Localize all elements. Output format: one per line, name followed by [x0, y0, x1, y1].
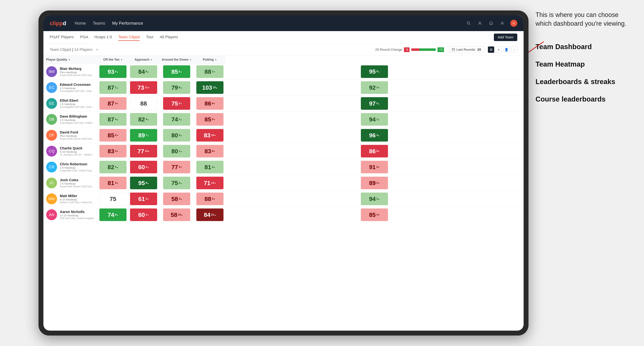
annotation-area: This is where you can choose which dashb…: [536, 10, 634, 112]
score-box-approach-9: 58 10▲: [163, 208, 190, 221]
subnav-tour[interactable]: Tour: [146, 34, 154, 41]
score-cell-putting-4: 96 3▲: [225, 127, 524, 143]
round-change-bar: [411, 48, 436, 51]
player-handicap-8: 6-10 Handicap: [60, 198, 95, 201]
score-box-approach-8: 58 4▲: [163, 192, 190, 205]
player-cell-0[interactable]: BM Blair McHarg Plus Handicap Royal Nort…: [44, 64, 98, 80]
nav-my-performance[interactable]: My Performance: [112, 20, 143, 26]
score-box-offTee-3: 82 4▲: [130, 113, 157, 126]
score-box-offTee-8: 61 3▼: [130, 192, 157, 205]
score-cell-playerQuality-9: 74 8▲: [98, 207, 128, 223]
score-box-putting-3: 94 1▲: [361, 113, 388, 126]
score-box-approach-7: 75 2▲: [163, 177, 190, 189]
score-box-playerQuality-8: 75: [100, 192, 126, 205]
score-box-putting-0: 95 9▲: [361, 65, 388, 78]
col-header-putting[interactable]: Putting ▼: [194, 56, 225, 64]
tablet-screen: clippd Home Teams My Performance: [44, 15, 524, 331]
subnav-all-players[interactable]: All Players: [160, 34, 178, 41]
player-cell-3[interactable]: DB Dave Billingham 1-5 Handicap Gog Mago…: [44, 112, 98, 127]
player-name-4: David Ford: [60, 130, 95, 134]
nav-home[interactable]: Home: [74, 20, 86, 26]
score-cell-approach-6: 77 3▼: [159, 159, 194, 175]
col-header-offtee[interactable]: Off the Tee ▼: [98, 56, 128, 64]
score-box-approach-4: 80 3▲: [163, 129, 190, 142]
score-box-playerQuality-5: 83 3▼: [100, 145, 126, 158]
bell-icon[interactable]: [488, 20, 494, 26]
person-icon[interactable]: [477, 20, 483, 26]
player-cell-4[interactable]: DF David Ford Plus Handicap Royal North …: [44, 127, 98, 143]
table-row: DF David Ford Plus Handicap Royal North …: [44, 127, 524, 143]
col-player-arrow: ▼: [68, 58, 70, 61]
search-icon[interactable]: [466, 20, 472, 26]
player-handicap-3: 1-5 Handicap: [60, 119, 95, 121]
col-offtee-label: Off the Tee: [103, 58, 120, 61]
view-list-button[interactable]: ≡: [496, 46, 502, 53]
score-box-playerQuality-6: 82 3▲: [100, 161, 126, 173]
score-cell-putting-2: 97 5▲: [225, 96, 524, 112]
round-pos-value: +5: [438, 47, 444, 52]
score-box-offTee-4: 89 7▲: [130, 129, 157, 142]
annotation-list: Team Dashboard Team Heatmap Leaderboards…: [536, 42, 634, 104]
col-header-aroundgreen[interactable]: Around the Green ▼: [159, 56, 194, 64]
player-cell-2[interactable]: EE Elliot Ebert 1-5 Handicap Sunningdale…: [44, 96, 98, 112]
score-cell-aroundGreen-0: 88 1▼: [194, 64, 225, 80]
col-header-approach[interactable]: Approach ▼: [128, 56, 159, 64]
subnav-pga[interactable]: PGA: [80, 34, 88, 41]
subnav-hcaps[interactable]: Hcaps 1-5: [94, 34, 112, 41]
settings-icon[interactable]: [499, 20, 506, 26]
score-box-putting-2: 97 5▲: [361, 97, 388, 110]
player-name-7: Josh Coles: [60, 178, 95, 182]
table-row: CQ Charlie Quick 6-10 Handicap St. Georg…: [44, 143, 524, 159]
user-avatar[interactable]: U: [510, 20, 517, 27]
score-box-playerQuality-7: 81 3▼: [100, 177, 126, 189]
top-navigation: clippd Home Teams My Performance: [44, 15, 524, 31]
view-download-button[interactable]: ↓: [511, 46, 517, 53]
player-cell-1[interactable]: EC Edward Crossman 1-5 Handicap Sunningd…: [44, 80, 98, 96]
score-cell-offTee-8: 61 3▼: [128, 191, 159, 207]
score-box-aroundGreen-0: 88 1▼: [196, 65, 224, 78]
score-box-approach-6: 77 3▼: [163, 161, 190, 173]
score-cell-aroundGreen-2: 86 6▼: [194, 96, 225, 112]
annotation-intro-text: This is where you can choose which dashb…: [536, 10, 634, 28]
subnav-pgat[interactable]: PGAT Players: [50, 34, 74, 41]
score-cell-approach-8: 58 4▲: [159, 191, 194, 207]
data-table-area[interactable]: Player Quality ▼ Off the Tee ▼ Approach …: [44, 56, 524, 331]
table-row: EC Edward Crossman 1-5 Handicap Sunningd…: [44, 80, 524, 96]
player-cell-5[interactable]: CQ Charlie Quick 6-10 Handicap St. Georg…: [44, 143, 98, 159]
col-offtee-arrow: ▼: [120, 58, 123, 61]
subnav-team-clippd[interactable]: Team Clippd: [118, 34, 140, 41]
score-box-putting-9: 85 4▼: [361, 208, 388, 221]
player-name-1: Edward Crossman: [60, 83, 95, 87]
col-header-player[interactable]: Player Quality ▼: [44, 56, 98, 64]
score-box-putting-5: 86 8▼: [361, 145, 388, 158]
player-name-3: Dave Billingham: [60, 114, 95, 119]
score-box-playerQuality-0: 93 4▲: [100, 65, 126, 78]
score-box-aroundGreen-9: 84 21▲: [196, 208, 224, 221]
view-person-button[interactable]: 👤: [503, 46, 510, 53]
score-cell-putting-3: 94 1▲: [225, 112, 524, 127]
score-cell-offTee-4: 89 7▲: [128, 127, 159, 143]
last-rounds-value: 20: [478, 48, 481, 51]
team-name: Team Clippd | 14 Players: [50, 47, 92, 52]
score-box-offTee-7: 95 8▲: [130, 177, 157, 189]
player-club-6: Craigmillar Park, United Kingdom: [60, 169, 95, 172]
table-row: CR Chris Robertson 1-5 Handicap Craigmil…: [44, 159, 524, 175]
player-cell-9[interactable]: AN Aaron Nicholls 11-15 Handicap Drift G…: [44, 207, 98, 223]
col-approach-label: Approach: [134, 58, 149, 61]
score-box-offTee-5: 77 14▼: [130, 145, 157, 158]
last-rounds-button[interactable]: Last Rounds: 20: [449, 46, 484, 53]
view-grid-button[interactable]: ⊞: [488, 46, 494, 53]
view-icon-group: ⊞ ≡ 👤 ↓: [488, 46, 517, 53]
table-row: JC Josh Coles 1-5 Handicap Royal North D…: [44, 175, 524, 191]
players-table: Player Quality ▼ Off the Tee ▼ Approach …: [44, 56, 524, 223]
annotation-item-2: Leaderboards & streaks: [536, 77, 634, 86]
player-club-4: Royal North Devon Golf Club, United King…: [60, 137, 95, 140]
edit-team-icon[interactable]: ✏: [96, 48, 98, 51]
score-cell-putting-9: 85 4▼: [225, 207, 524, 223]
player-cell-6[interactable]: CR Chris Robertson 1-5 Handicap Craigmil…: [44, 159, 98, 175]
score-cell-putting-8: 94 3▲: [225, 191, 524, 207]
player-cell-7[interactable]: JC Josh Coles 1-5 Handicap Royal North D…: [44, 175, 98, 191]
nav-teams[interactable]: Teams: [93, 20, 105, 26]
player-cell-8[interactable]: MM Matt Miller 6-10 Handicap Woburn Golf…: [44, 191, 98, 207]
add-team-button[interactable]: Add Team: [494, 33, 517, 41]
